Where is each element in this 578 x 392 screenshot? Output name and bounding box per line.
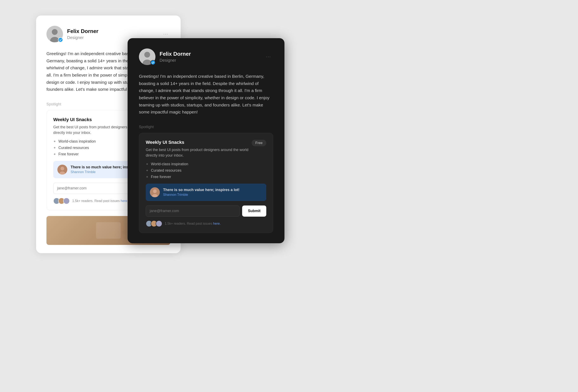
dark-testimonial-quote: There is so much value here; inspires a … [163, 188, 240, 192]
dark-email-input[interactable] [146, 206, 240, 217]
dark-testimonial-avatar [150, 187, 160, 197]
dark-spotlight-card: Weekly UI Snacks Get the best UI posts f… [139, 133, 273, 233]
svg-point-11 [153, 189, 157, 193]
dark-readers-text: 1.5k+ readers. Read past issues here. [165, 222, 221, 225]
list-item: ✦ Curated resources [146, 168, 266, 173]
readers-text: 1.5k+ readers. Read past issues here. [72, 199, 128, 203]
dark-profile-section: Felix Dorner Designer ··· [139, 48, 273, 65]
dark-more-options-button[interactable]: ··· [264, 52, 273, 61]
profile-role: Designer [67, 35, 98, 40]
dark-reader-avatars [146, 220, 162, 227]
svg-point-4 [60, 167, 64, 171]
dark-bio-text: Greetings! I'm an independent creative b… [139, 73, 273, 116]
testimonial-avatar [57, 165, 67, 174]
dark-profile-card: Felix Dorner Designer ··· Greetings! I'm… [128, 38, 285, 243]
sparkle-icon: ✦ [53, 139, 56, 143]
dark-testimonial-row: There is so much value here; inspires a … [146, 184, 266, 201]
readers-link[interactable]: here. [121, 199, 128, 203]
profile-name: Felix Dorner [67, 28, 98, 35]
feature-label-3: Free forever [58, 152, 79, 156]
dark-spotlight-header: Weekly UI Snacks Get the best UI posts f… [146, 140, 266, 158]
sparkle-icon: ✦ [53, 152, 56, 156]
sparkle-icon: ✦ [146, 175, 148, 179]
list-item: ✦ World-class inspiration [146, 162, 266, 166]
svg-rect-6 [96, 222, 121, 239]
dark-newsletter-title: Weekly UI Snacks [146, 140, 249, 145]
profile-left: Felix Dorner Designer [47, 26, 98, 42]
reader-avatar [63, 198, 70, 204]
verified-badge-icon [58, 37, 63, 42]
dark-profile-name: Felix Dorner [160, 51, 191, 57]
svg-point-8 [144, 52, 150, 58]
feature-label-1: World-class inspiration [58, 139, 96, 144]
svg-point-1 [52, 29, 58, 35]
avatar [47, 26, 63, 42]
dark-verified-badge-icon [150, 60, 155, 65]
dark-features-list: ✦ World-class inspiration ✦ Curated reso… [146, 162, 266, 179]
dark-feature-label-2: Curated resources [151, 168, 182, 173]
dark-readers-row: 1.5k+ readers. Read past issues here. [146, 220, 266, 227]
dark-profile-info: Felix Dorner Designer [160, 51, 191, 62]
email-input[interactable] [53, 183, 137, 194]
reader-avatars [53, 198, 70, 204]
dark-email-row: Submit [146, 206, 266, 217]
feature-label-2: Curated resources [58, 146, 89, 150]
dark-feature-label-3: Free forever [151, 175, 171, 179]
dark-profile-role: Designer [160, 58, 191, 63]
dark-free-badge: Free [252, 140, 266, 146]
dark-submit-button[interactable]: Submit [242, 206, 266, 217]
dark-profile-left: Felix Dorner Designer [139, 48, 191, 65]
dark-testimonial-content: There is so much value here; inspires a … [163, 188, 240, 197]
sparkle-icon: ✦ [53, 146, 56, 150]
profile-info: Felix Dorner Designer [67, 28, 98, 40]
dark-readers-link[interactable]: here. [213, 222, 220, 225]
dark-spotlight-label: Spotlight [139, 125, 273, 129]
sparkle-icon: ✦ [146, 162, 148, 166]
more-options-button[interactable]: ··· [161, 30, 170, 39]
dark-testimonial-name: Shannon Trimble [163, 193, 240, 197]
dark-reader-avatar [156, 220, 162, 227]
dark-avatar [139, 48, 155, 65]
dark-spotlight-title-area: Weekly UI Snacks Get the best UI posts f… [146, 140, 249, 158]
list-item: ✦ Free forever [146, 175, 266, 179]
sparkle-icon: ✦ [146, 169, 148, 173]
dark-newsletter-desc: Get the best UI posts from product desig… [146, 147, 249, 158]
dark-feature-label-1: World-class inspiration [151, 162, 188, 166]
